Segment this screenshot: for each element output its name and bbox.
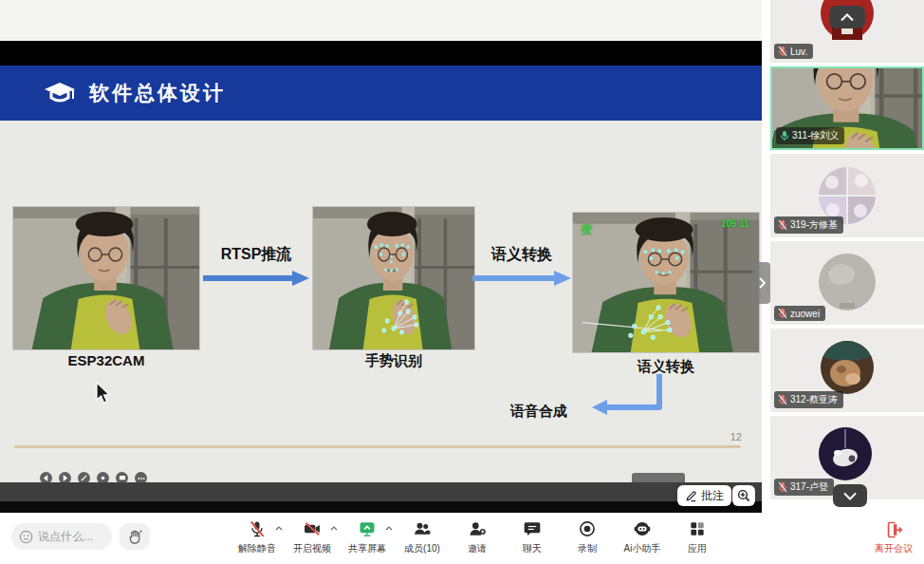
unmute-button[interactable]: 解除静音	[237, 518, 277, 555]
arrow-label-semantic: 语义转换	[471, 245, 573, 265]
flow-arrow-rtsp: RTSP推流	[201, 245, 311, 291]
screen-share-region: 软件总体设计	[0, 0, 762, 513]
start-video-button[interactable]: 开启视频	[292, 518, 332, 555]
mic-muted-icon	[248, 519, 267, 538]
avatar	[819, 427, 872, 480]
leave-meeting-label: 离开会议	[875, 542, 913, 555]
mic-active-icon	[780, 130, 789, 141]
mouse-cursor	[95, 382, 111, 404]
participant-name: zuowei	[790, 309, 820, 319]
members-icon	[412, 519, 433, 538]
record-icon	[578, 519, 597, 538]
participant-tile[interactable]: zuowei	[770, 241, 924, 325]
smiley-icon	[19, 530, 33, 544]
members-button[interactable]: 成员(10)	[402, 518, 442, 555]
chevron-up-icon[interactable]	[330, 526, 338, 531]
participant-name-tag: 311-徐刘义	[776, 127, 844, 144]
scroll-participants-up-button[interactable]	[829, 6, 865, 28]
participant-name: 317-卢登	[790, 480, 828, 494]
share-black-bar	[0, 41, 762, 66]
annotate-label: 批注	[701, 488, 724, 504]
avatar	[819, 254, 876, 310]
pen-icon	[685, 490, 697, 502]
mic-muted-icon	[778, 308, 787, 319]
apps-grid-icon	[688, 519, 707, 538]
toolbar-label: 解除静音	[238, 542, 276, 555]
share-bottom-bar	[0, 482, 762, 501]
participant-tile[interactable]: 319-方修基	[770, 154, 924, 237]
chevron-up-icon[interactable]	[385, 526, 393, 531]
participant-name: 311-徐刘义	[792, 129, 839, 142]
toolbar-label: 聊天	[523, 542, 542, 555]
invite-icon	[467, 519, 488, 538]
photo-gesture-recognition	[313, 207, 474, 349]
graduation-cap-icon	[44, 81, 76, 105]
chat-icon	[523, 519, 542, 538]
participant-tile[interactable]: 312-蔡亚涛	[770, 329, 924, 412]
participant-tile-active-speaker[interactable]: 311-徐刘义	[770, 66, 924, 150]
leave-meeting-button[interactable]: 离开会议	[869, 520, 918, 555]
share-screen-button[interactable]: 共享屏幕	[347, 518, 387, 555]
toolbar-label: 应用	[688, 542, 707, 555]
apps-button[interactable]: 应用	[677, 518, 717, 555]
arrow-label-rtsp: RTSP推流	[201, 245, 311, 265]
annotate-button[interactable]: 批注	[677, 485, 731, 506]
chevron-right-icon	[758, 277, 766, 289]
camera-off-icon	[302, 519, 323, 538]
toolbar-label: 邀请	[468, 542, 487, 555]
raise-hand-button[interactable]	[120, 523, 150, 550]
chevron-up-icon[interactable]	[275, 526, 283, 531]
participant-name-tag: 319-方修基	[774, 216, 843, 234]
participant-name: 319-方修基	[790, 218, 838, 232]
participants-sidebar: Luv. 311-徐刘义	[770, 0, 924, 564]
share-screen-icon	[357, 519, 378, 538]
toolbar-items: 解除静音 开启视频 共	[237, 518, 717, 555]
chat-placeholder: 说点什么...	[38, 529, 93, 545]
meeting-app-window: 软件总体设计	[0, 0, 924, 564]
scrollbar-handle[interactable]	[632, 473, 685, 482]
sidebar-collapse-handle[interactable]	[752, 262, 770, 304]
avatar	[821, 341, 874, 394]
toolbar-label: 录制	[578, 542, 597, 555]
photo-semantic-conversion: 变 105 11	[573, 213, 759, 352]
mic-muted-icon	[778, 219, 787, 231]
magnifier-button[interactable]	[732, 485, 755, 506]
cv-overlay-fps: 105 11	[721, 218, 749, 229]
record-button[interactable]: 录制	[567, 518, 607, 555]
stage-label-gesture: 手势识别	[313, 352, 474, 370]
arrow-label-speech: 语音合成	[501, 403, 577, 421]
participant-name-tag: 312-蔡亚涛	[774, 391, 843, 408]
toolbar-label: 共享屏幕	[348, 542, 386, 555]
ai-assistant-icon	[632, 519, 653, 538]
down-left-arrow-icon	[590, 372, 666, 418]
slide-footer-line	[14, 445, 741, 448]
invite-button[interactable]: 邀请	[457, 518, 497, 555]
chevron-down-icon	[843, 492, 857, 500]
photo-esp32cam	[13, 207, 199, 349]
leave-meeting-icon	[884, 520, 903, 539]
participant-name-tag: Luv.	[774, 44, 813, 59]
toolbar-label: 成员(10)	[404, 542, 440, 555]
scroll-participants-down-button[interactable]	[833, 484, 867, 507]
slide-page-number: 12	[713, 431, 742, 442]
participant-name: Luv.	[790, 47, 807, 57]
share-top-strip	[0, 0, 762, 41]
slide-title: 软件总体设计	[89, 80, 226, 106]
participant-name-tag: 317-卢登	[774, 479, 834, 496]
participant-name-tag: zuowei	[774, 306, 825, 321]
toolbar-label: 开启视频	[293, 542, 331, 555]
flow-arrow-semantic: 语义转换	[471, 245, 573, 291]
magnifier-plus-icon	[737, 489, 750, 502]
slide-header: 软件总体设计	[0, 66, 762, 121]
ai-assistant-button[interactable]: Ai小助手	[622, 518, 662, 555]
cv-overlay-label-left: 变	[581, 222, 592, 238]
mic-muted-icon	[778, 481, 787, 493]
quick-chat-input[interactable]: 说点什么...	[11, 523, 112, 550]
chevron-up-icon	[841, 13, 854, 22]
toolbar-label: Ai小助手	[624, 542, 661, 555]
chat-button[interactable]: 聊天	[512, 518, 552, 555]
mic-muted-icon	[778, 46, 787, 57]
mic-muted-icon	[778, 394, 787, 405]
participant-name: 312-蔡亚涛	[790, 393, 838, 406]
share-bottom-black-bar	[0, 501, 762, 513]
